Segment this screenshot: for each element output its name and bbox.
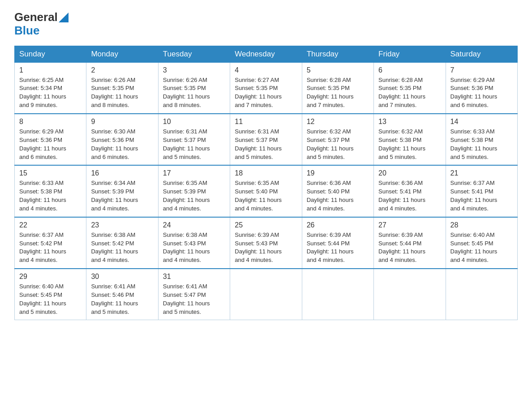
calendar-day-cell: 19Sunrise: 6:36 AMSunset: 5:40 PMDayligh… bbox=[302, 165, 373, 217]
day-info: Sunrise: 6:26 AMSunset: 5:35 PMDaylight:… bbox=[91, 76, 153, 110]
calendar-empty-cell bbox=[374, 269, 446, 320]
calendar-day-cell: 13Sunrise: 6:32 AMSunset: 5:38 PMDayligh… bbox=[374, 114, 446, 165]
day-number: 22 bbox=[19, 221, 82, 229]
day-info: Sunrise: 6:39 AMSunset: 5:43 PMDaylight:… bbox=[235, 231, 297, 265]
day-number: 6 bbox=[378, 66, 441, 74]
calendar-day-cell: 25Sunrise: 6:39 AMSunset: 5:43 PMDayligh… bbox=[230, 217, 302, 269]
calendar-day-cell: 26Sunrise: 6:39 AMSunset: 5:44 PMDayligh… bbox=[302, 217, 373, 269]
day-number: 23 bbox=[91, 221, 153, 229]
svg-marker-0 bbox=[59, 13, 69, 22]
day-info: Sunrise: 6:38 AMSunset: 5:42 PMDaylight:… bbox=[91, 231, 153, 265]
day-number: 10 bbox=[163, 118, 225, 126]
calendar-day-cell: 6Sunrise: 6:28 AMSunset: 5:35 PMDaylight… bbox=[374, 62, 446, 114]
calendar-header-saturday: Saturday bbox=[446, 46, 517, 62]
calendar-week-row: 22Sunrise: 6:37 AMSunset: 5:42 PMDayligh… bbox=[15, 217, 518, 269]
day-info: Sunrise: 6:41 AMSunset: 5:47 PMDaylight:… bbox=[163, 283, 225, 316]
day-info: Sunrise: 6:38 AMSunset: 5:43 PMDaylight:… bbox=[163, 231, 225, 265]
calendar-day-cell: 15Sunrise: 6:33 AMSunset: 5:38 PMDayligh… bbox=[15, 165, 86, 217]
calendar-day-cell: 17Sunrise: 6:35 AMSunset: 5:39 PMDayligh… bbox=[158, 165, 230, 217]
calendar-week-row: 1Sunrise: 6:25 AMSunset: 5:34 PMDaylight… bbox=[15, 62, 518, 114]
day-info: Sunrise: 6:25 AMSunset: 5:34 PMDaylight:… bbox=[19, 76, 82, 110]
calendar-header-sunday: Sunday bbox=[15, 46, 86, 62]
day-info: Sunrise: 6:40 AMSunset: 5:45 PMDaylight:… bbox=[19, 283, 82, 316]
day-info: Sunrise: 6:35 AMSunset: 5:40 PMDaylight:… bbox=[235, 179, 297, 213]
day-info: Sunrise: 6:36 AMSunset: 5:40 PMDaylight:… bbox=[307, 179, 369, 213]
calendar-day-cell: 29Sunrise: 6:40 AMSunset: 5:45 PMDayligh… bbox=[15, 269, 86, 320]
calendar-day-cell: 31Sunrise: 6:41 AMSunset: 5:47 PMDayligh… bbox=[158, 269, 230, 320]
day-number: 28 bbox=[450, 221, 513, 229]
day-number: 8 bbox=[19, 118, 82, 126]
day-number: 14 bbox=[450, 118, 513, 126]
calendar-day-cell: 27Sunrise: 6:39 AMSunset: 5:44 PMDayligh… bbox=[374, 217, 446, 269]
calendar-empty-cell bbox=[446, 269, 517, 320]
day-number: 12 bbox=[307, 118, 369, 126]
day-info: Sunrise: 6:40 AMSunset: 5:45 PMDaylight:… bbox=[450, 231, 513, 265]
calendar-week-row: 29Sunrise: 6:40 AMSunset: 5:45 PMDayligh… bbox=[15, 269, 518, 320]
day-number: 4 bbox=[235, 66, 297, 74]
calendar-week-row: 15Sunrise: 6:33 AMSunset: 5:38 PMDayligh… bbox=[15, 165, 518, 217]
calendar-day-cell: 14Sunrise: 6:33 AMSunset: 5:38 PMDayligh… bbox=[446, 114, 517, 165]
day-info: Sunrise: 6:34 AMSunset: 5:39 PMDaylight:… bbox=[91, 179, 153, 213]
calendar-day-cell: 18Sunrise: 6:35 AMSunset: 5:40 PMDayligh… bbox=[230, 165, 302, 217]
day-info: Sunrise: 6:26 AMSunset: 5:35 PMDaylight:… bbox=[163, 76, 225, 110]
day-number: 25 bbox=[235, 221, 297, 229]
calendar-week-row: 8Sunrise: 6:29 AMSunset: 5:36 PMDaylight… bbox=[15, 114, 518, 165]
calendar-day-cell: 16Sunrise: 6:34 AMSunset: 5:39 PMDayligh… bbox=[86, 165, 158, 217]
day-info: Sunrise: 6:32 AMSunset: 5:38 PMDaylight:… bbox=[378, 128, 441, 161]
day-number: 30 bbox=[91, 273, 153, 281]
day-info: Sunrise: 6:39 AMSunset: 5:44 PMDaylight:… bbox=[378, 231, 441, 265]
calendar-day-cell: 3Sunrise: 6:26 AMSunset: 5:35 PMDaylight… bbox=[158, 62, 230, 114]
calendar-header-friday: Friday bbox=[374, 46, 446, 62]
day-number: 24 bbox=[163, 221, 225, 229]
calendar-empty-cell bbox=[230, 269, 302, 320]
calendar-day-cell: 10Sunrise: 6:31 AMSunset: 5:37 PMDayligh… bbox=[158, 114, 230, 165]
day-number: 19 bbox=[307, 169, 369, 177]
day-info: Sunrise: 6:29 AMSunset: 5:36 PMDaylight:… bbox=[19, 128, 82, 161]
day-number: 5 bbox=[307, 66, 369, 74]
day-number: 3 bbox=[163, 66, 225, 74]
day-info: Sunrise: 6:37 AMSunset: 5:41 PMDaylight:… bbox=[450, 179, 513, 213]
calendar-day-cell: 22Sunrise: 6:37 AMSunset: 5:42 PMDayligh… bbox=[15, 217, 86, 269]
calendar-header-monday: Monday bbox=[86, 46, 158, 62]
day-info: Sunrise: 6:31 AMSunset: 5:37 PMDaylight:… bbox=[235, 128, 297, 161]
calendar-day-cell: 7Sunrise: 6:29 AMSunset: 5:36 PMDaylight… bbox=[446, 62, 517, 114]
day-number: 2 bbox=[91, 66, 153, 74]
calendar-header-thursday: Thursday bbox=[302, 46, 373, 62]
day-info: Sunrise: 6:39 AMSunset: 5:44 PMDaylight:… bbox=[307, 231, 369, 265]
calendar-day-cell: 12Sunrise: 6:32 AMSunset: 5:37 PMDayligh… bbox=[302, 114, 373, 165]
calendar-day-cell: 5Sunrise: 6:28 AMSunset: 5:35 PMDaylight… bbox=[302, 62, 373, 114]
calendar-empty-cell bbox=[302, 269, 373, 320]
calendar-day-cell: 11Sunrise: 6:31 AMSunset: 5:37 PMDayligh… bbox=[230, 114, 302, 165]
calendar-day-cell: 9Sunrise: 6:30 AMSunset: 5:36 PMDaylight… bbox=[86, 114, 158, 165]
logo-blue-text: Blue bbox=[14, 24, 39, 37]
calendar-day-cell: 4Sunrise: 6:27 AMSunset: 5:35 PMDaylight… bbox=[230, 62, 302, 114]
day-number: 13 bbox=[378, 118, 441, 126]
calendar-day-cell: 8Sunrise: 6:29 AMSunset: 5:36 PMDaylight… bbox=[15, 114, 86, 165]
calendar-day-cell: 30Sunrise: 6:41 AMSunset: 5:46 PMDayligh… bbox=[86, 269, 158, 320]
day-number: 9 bbox=[91, 118, 153, 126]
calendar-day-cell: 24Sunrise: 6:38 AMSunset: 5:43 PMDayligh… bbox=[158, 217, 230, 269]
day-number: 29 bbox=[19, 273, 82, 281]
logo-general-text: General bbox=[14, 11, 58, 24]
calendar-header-row: SundayMondayTuesdayWednesdayThursdayFrid… bbox=[15, 46, 518, 62]
day-info: Sunrise: 6:37 AMSunset: 5:42 PMDaylight:… bbox=[19, 231, 82, 265]
logo: General Blue bbox=[14, 11, 69, 38]
day-info: Sunrise: 6:28 AMSunset: 5:35 PMDaylight:… bbox=[307, 76, 369, 110]
day-number: 20 bbox=[378, 169, 441, 177]
day-number: 26 bbox=[307, 221, 369, 229]
day-info: Sunrise: 6:31 AMSunset: 5:37 PMDaylight:… bbox=[163, 128, 225, 161]
day-number: 16 bbox=[91, 169, 153, 177]
calendar-header-tuesday: Tuesday bbox=[158, 46, 230, 62]
day-number: 11 bbox=[235, 118, 297, 126]
day-number: 27 bbox=[378, 221, 441, 229]
day-number: 17 bbox=[163, 169, 225, 177]
day-info: Sunrise: 6:30 AMSunset: 5:36 PMDaylight:… bbox=[91, 128, 153, 161]
day-info: Sunrise: 6:28 AMSunset: 5:35 PMDaylight:… bbox=[378, 76, 441, 110]
day-info: Sunrise: 6:35 AMSunset: 5:39 PMDaylight:… bbox=[163, 179, 225, 213]
calendar-table: SundayMondayTuesdayWednesdayThursdayFrid… bbox=[14, 46, 518, 321]
day-number: 21 bbox=[450, 169, 513, 177]
day-info: Sunrise: 6:33 AMSunset: 5:38 PMDaylight:… bbox=[450, 128, 513, 161]
day-number: 1 bbox=[19, 66, 82, 74]
calendar-day-cell: 23Sunrise: 6:38 AMSunset: 5:42 PMDayligh… bbox=[86, 217, 158, 269]
logo-triangle-icon bbox=[59, 13, 69, 22]
